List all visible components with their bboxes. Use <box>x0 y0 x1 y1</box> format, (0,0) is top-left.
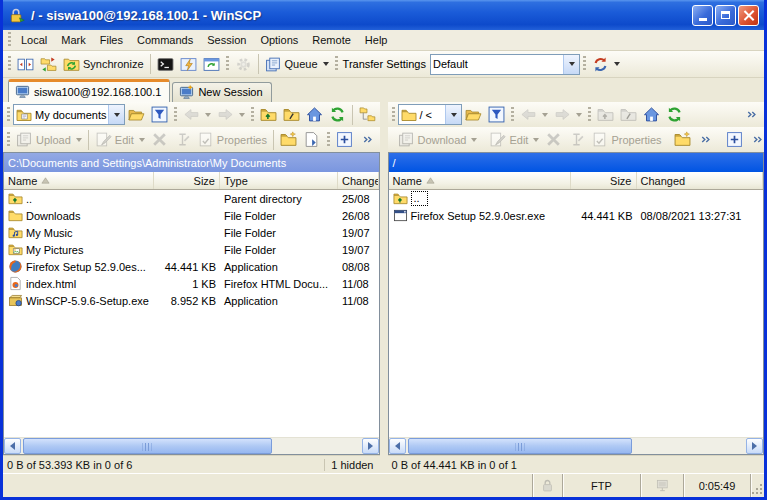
local-root-directory-button[interactable] <box>280 103 303 126</box>
refresh-panels-button[interactable] <box>200 53 223 76</box>
remote-toolbar-overflow-button[interactable] <box>746 128 764 151</box>
remote-path-bar[interactable]: / <box>389 153 764 172</box>
table-row[interactable]: Downloads File Folder 26/08 <box>4 207 379 224</box>
remote-delete-button[interactable] <box>542 128 565 151</box>
local-add-button[interactable] <box>333 128 356 151</box>
column-header-changed[interactable]: Changed <box>637 172 764 189</box>
status-encryption-cell[interactable] <box>532 474 562 497</box>
menu-session[interactable]: Session <box>200 31 253 49</box>
menu-local[interactable]: Local <box>14 31 54 49</box>
local-hidden-count[interactable]: 1 hidden <box>324 459 379 471</box>
table-row[interactable]: My Pictures File Folder 19/07 <box>4 241 379 258</box>
local-filter-button[interactable] <box>148 103 171 126</box>
menu-options[interactable]: Options <box>253 31 305 49</box>
column-header-changed[interactable]: Changed <box>338 172 379 189</box>
remote-new-folder-button[interactable] <box>671 128 694 151</box>
transfer-settings-combo[interactable]: Default <box>430 54 580 75</box>
local-delete-button[interactable] <box>148 128 171 151</box>
remote-directory-combo[interactable]: / < <box>398 104 462 125</box>
toolbar-grip[interactable] <box>7 107 10 123</box>
toolbar-grip[interactable] <box>588 107 591 123</box>
local-rename-button[interactable] <box>171 128 194 151</box>
local-drive-dropdown-button[interactable] <box>108 105 124 124</box>
table-row[interactable]: .. <box>389 190 764 207</box>
remote-properties-button[interactable]: Properties <box>588 128 664 151</box>
local-back-button[interactable] <box>180 103 214 126</box>
tab-new-session[interactable]: New Session <box>172 82 271 102</box>
upload-button[interactable]: Upload <box>13 128 85 151</box>
toolbar-grip[interactable] <box>327 132 330 148</box>
transfer-options-button[interactable] <box>589 53 623 76</box>
toolbar-grip[interactable] <box>335 56 338 72</box>
scroll-left-button[interactable] <box>389 438 406 454</box>
menu-grip[interactable] <box>8 32 11 48</box>
column-header-name[interactable]: Name <box>389 172 571 189</box>
scroll-track[interactable] <box>406 438 747 454</box>
local-home-directory-button[interactable] <box>303 103 326 126</box>
toolbar-grip[interactable] <box>583 56 586 72</box>
toolbar-grip[interactable] <box>511 107 514 123</box>
scroll-thumb[interactable] <box>23 438 272 454</box>
toolbar-grip[interactable] <box>226 56 229 72</box>
local-forward-button[interactable] <box>214 103 248 126</box>
scroll-left-button[interactable] <box>4 438 21 454</box>
remote-directory-dropdown-button[interactable] <box>445 105 461 124</box>
table-row[interactable]: WinSCP-5.9.6-Setup.exe 8.952 KB Applicat… <box>4 292 379 309</box>
menu-files[interactable]: Files <box>93 31 130 49</box>
local-toolbar-overflow-button[interactable] <box>356 128 379 151</box>
table-row[interactable]: Firefox Setup 52.9.0esr.exe 44.441 KB 08… <box>389 207 764 224</box>
remote-fileops-overflow-button[interactable] <box>694 128 717 151</box>
compare-directories-button[interactable] <box>14 53 37 76</box>
column-header-size[interactable]: Size <box>154 172 220 189</box>
column-header-name[interactable]: Name <box>4 172 154 189</box>
open-console-button[interactable] <box>154 53 177 76</box>
local-path-bar[interactable]: C:\Documents and Settings\Administrator\… <box>4 153 379 172</box>
menu-commands[interactable]: Commands <box>130 31 200 49</box>
scroll-thumb[interactable] <box>408 438 633 454</box>
remote-parent-directory-button[interactable] <box>594 103 617 126</box>
table-row[interactable]: .. Parent directory 25/08 <box>4 190 379 207</box>
preferences-button[interactable] <box>232 53 255 76</box>
remote-add-button[interactable] <box>723 128 746 151</box>
table-row[interactable]: My Music File Folder 19/07 <box>4 224 379 241</box>
remote-filter-button[interactable] <box>485 103 508 126</box>
local-properties-button[interactable]: Properties <box>194 128 270 151</box>
toolbar-grip[interactable] <box>392 107 395 123</box>
local-open-directory-button[interactable] <box>125 103 148 126</box>
table-row[interactable]: Firefox Setup 52.9.0es... 44.441 KB Appl… <box>4 258 379 275</box>
local-horizontal-scrollbar[interactable] <box>4 437 379 454</box>
toolbar-grip[interactable] <box>7 132 10 148</box>
window-resize-grip[interactable] <box>750 474 764 497</box>
table-row[interactable]: index.html 1 KB Firefox HTML Docu... 11/… <box>4 275 379 292</box>
remote-nav-overflow-button[interactable] <box>740 103 763 126</box>
local-drive-combo[interactable]: My documents <box>13 104 125 125</box>
local-parent-directory-button[interactable] <box>257 103 280 126</box>
status-connection-cell[interactable] <box>640 474 683 497</box>
status-protocol-cell[interactable]: FTP <box>562 474 640 497</box>
toolbar-grip[interactable] <box>174 107 177 123</box>
scroll-track[interactable] <box>21 438 362 454</box>
remote-back-button[interactable] <box>517 103 551 126</box>
remote-rename-button[interactable] <box>565 128 588 151</box>
queue-button[interactable]: Queue <box>262 53 332 76</box>
column-header-size[interactable]: Size <box>571 172 637 189</box>
synchronize-button[interactable]: Synchronize <box>60 53 147 76</box>
panel-splitter[interactable] <box>380 102 388 473</box>
transfer-settings-dropdown-button[interactable] <box>563 55 579 74</box>
menu-help[interactable]: Help <box>358 31 395 49</box>
tab-session[interactable]: siswa100@192.168.100.1 <box>8 79 170 102</box>
column-header-type[interactable]: Type <box>220 172 338 189</box>
remote-home-directory-button[interactable] <box>640 103 663 126</box>
menu-remote[interactable]: Remote <box>305 31 358 49</box>
minimize-button[interactable] <box>692 5 713 26</box>
local-new-folder-button[interactable] <box>277 128 300 151</box>
remote-edit-button[interactable]: Edit <box>486 128 542 151</box>
close-button[interactable] <box>738 5 759 26</box>
menu-mark[interactable]: Mark <box>54 31 92 49</box>
download-button[interactable]: Download <box>395 128 481 151</box>
local-refresh-button[interactable] <box>326 103 349 126</box>
run-command-button[interactable] <box>177 53 200 76</box>
remote-open-directory-button[interactable] <box>462 103 485 126</box>
toolbar-grip[interactable] <box>251 107 254 123</box>
local-edit-button[interactable]: Edit <box>92 128 148 151</box>
